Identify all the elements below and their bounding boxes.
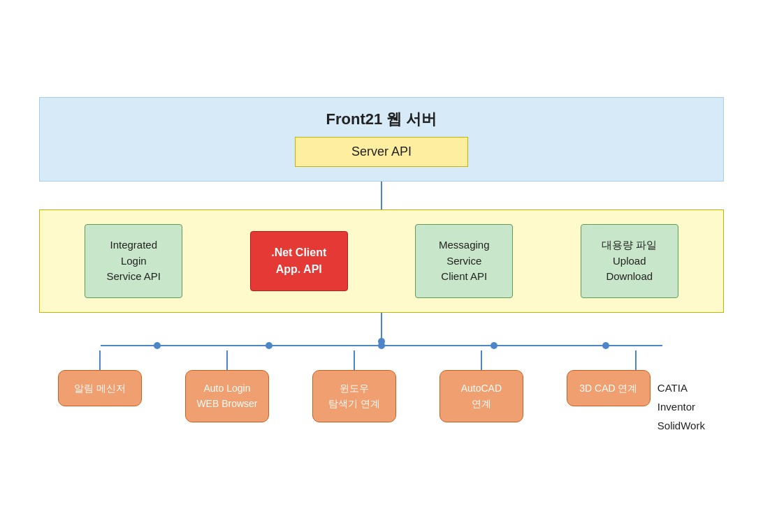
server-api-box: Server API: [295, 137, 468, 167]
middle-container: IntegratedLoginService API .Net ClientAp…: [39, 209, 724, 313]
vline-alarm: [99, 350, 101, 370]
net-client-box: .Net ClientApp. API: [250, 231, 348, 291]
col-alarm: 알림 메신저: [58, 350, 142, 406]
vline-windows: [354, 350, 355, 370]
autocad-box: AutoCAD연계: [439, 370, 523, 422]
catia-line1: CATIA: [657, 382, 688, 394]
3d-cad-box: 3D CAD 연계: [567, 370, 651, 406]
dot-3: [378, 342, 385, 349]
mid-vertical-line: [381, 313, 382, 338]
auto-login-box: Auto LoginWEB Browser: [185, 370, 269, 422]
catia-line3: SolidWork: [657, 420, 705, 431]
vline-autocad: [481, 350, 482, 370]
alarm-messenger-box: 알림 메신저: [58, 370, 142, 406]
bottom-row: 알림 메신저 Auto LoginWEB Browser 윈도우탐색기 연계 A…: [39, 350, 724, 435]
col-auto-login: Auto LoginWEB Browser: [185, 350, 269, 422]
vline-auto-login: [226, 350, 228, 370]
messaging-service-box: MessagingServiceClient API: [415, 224, 513, 298]
dot-5: [602, 342, 609, 349]
server-container: Front21 웹 서버 Server API: [39, 97, 724, 182]
col-windows: 윈도우탐색기 연계: [312, 350, 396, 422]
col-3dcad: 3D CAD 연계 CATIA Inventor SolidWork: [567, 350, 705, 435]
dot-4: [490, 342, 497, 349]
catia-note: CATIA Inventor SolidWork: [657, 378, 705, 435]
dot-2: [266, 342, 272, 349]
vline-3dcad: [635, 350, 637, 370]
integrated-login-box: IntegratedLoginService API: [85, 224, 182, 298]
dot-1: [154, 342, 161, 349]
col-autocad: AutoCAD연계: [439, 350, 523, 422]
catia-line2: Inventor: [657, 401, 695, 413]
mid-connector-area: [378, 313, 385, 345]
large-file-box: 대용량 파일UploadDownload: [581, 224, 678, 298]
top-connector-line: [381, 182, 382, 209]
server-title: Front21 웹 서버: [326, 109, 437, 130]
windows-explorer-box: 윈도우탐색기 연계: [312, 370, 396, 422]
architecture-diagram: Front21 웹 서버 Server API IntegratedLoginS…: [39, 97, 724, 435]
